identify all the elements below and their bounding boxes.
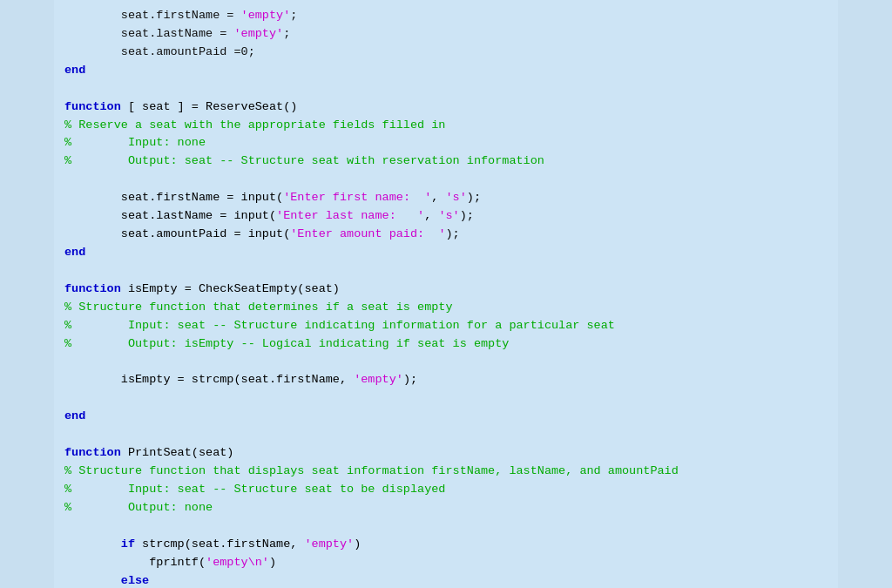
code-line: fprintf('empty\n') (64, 554, 828, 572)
code-line (64, 389, 828, 408)
code-line: function PrintSeat(seat) (64, 444, 828, 463)
code-line: % Output: none (64, 499, 828, 517)
code-line: % Reserve a seat with the appropriate fi… (64, 117, 828, 135)
code-line: % Input: seat -- Structure indicating in… (64, 317, 828, 335)
code-line: seat.lastName = 'empty'; (64, 25, 828, 44)
code-line (64, 426, 828, 444)
code-line: % Input: none (64, 134, 828, 152)
code-line: % Output: isEmpty -- Logical indicating … (64, 335, 828, 354)
code-line: % Output: seat -- Structure seat with re… (64, 152, 828, 171)
code-line: else (64, 572, 828, 588)
code-line (64, 262, 828, 280)
code-line: % Structure function that displays seat … (64, 463, 828, 481)
code-line: seat.lastName = input('Enter last name: … (64, 207, 828, 226)
code-line: seat.firstName = 'empty'; (64, 7, 828, 25)
code-line: seat.amountPaid = input('Enter amount pa… (64, 226, 828, 244)
code-line (64, 517, 828, 536)
code-line (64, 354, 828, 372)
code-line: function isEmpty = CheckSeatEmpty(seat) (64, 280, 828, 299)
code-line: % Input: seat -- Structure seat to be di… (64, 481, 828, 499)
code-line: isEmpty = strcmp(seat.firstName, 'empty'… (64, 371, 828, 389)
code-line: end (64, 408, 828, 426)
code-line: seat.firstName = input('Enter first name… (64, 189, 828, 207)
code-line: end (64, 62, 828, 80)
code-line: % Structure function that determines if … (64, 299, 828, 317)
code-line: seat.amountPaid =0; (64, 44, 828, 62)
code-line: if strcmp(seat.firstName, 'empty') (64, 536, 828, 554)
code-line (64, 171, 828, 189)
code-line (64, 80, 828, 98)
code-editor: seat.firstName = 'empty'; seat.lastName … (54, 0, 838, 588)
code-line: function [ seat ] = ReserveSeat() (64, 98, 828, 117)
code-line: end (64, 244, 828, 262)
